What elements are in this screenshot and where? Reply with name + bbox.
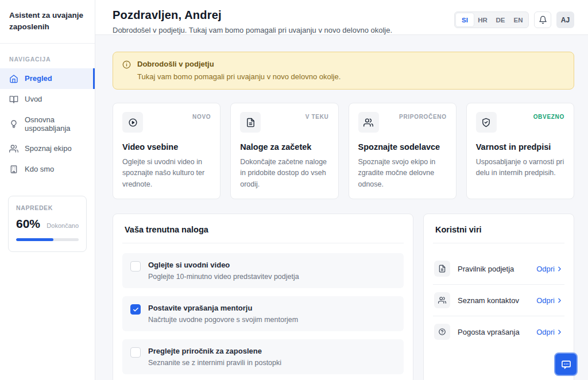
task-description: Seznanite se z internimi pravili in post… xyxy=(148,359,281,367)
progress-card: NAPREDEK 60% Dokončano xyxy=(8,196,87,252)
nav-section-label: NAVIGACIJA xyxy=(0,44,95,68)
language-switcher: SI HR DE EN xyxy=(454,11,529,28)
sidebar-item-ekipa[interactable]: Spoznaj ekipo xyxy=(0,138,95,159)
document-icon xyxy=(438,265,446,273)
app-window: Asistent za uvajanje zaposlenih NAVIGACI… xyxy=(0,0,588,380)
resource-row-pravilnik: Pravilnik podjetja Odpri xyxy=(433,253,564,285)
resource-open-link[interactable]: Odpri xyxy=(536,296,563,305)
people-icon xyxy=(9,144,18,153)
banner-text: Tukaj vam bomo pomagali pri uvajanju v n… xyxy=(137,72,341,81)
sidebar-item-label: Uvod xyxy=(25,95,42,103)
main-area: Pozdravljen, Andrej Dobrodošel v podjetj… xyxy=(95,0,588,380)
card-title: Video vsebine xyxy=(122,142,211,152)
sidebar-item-label: Spoznaj ekipo xyxy=(25,144,72,153)
resource-row-vprasanja: Pogosta vprašanja Odpri xyxy=(433,316,564,347)
sidebar: Asistent za uvajanje zaposlenih NAVIGACI… xyxy=(0,0,95,380)
lang-button-de[interactable]: DE xyxy=(492,13,509,26)
chevron-right-icon xyxy=(556,297,563,304)
resource-open-link[interactable]: Odpri xyxy=(536,328,563,336)
sidebar-item-label: Kdo smo xyxy=(25,165,54,173)
task-title: Postavite vprašanja mentorju xyxy=(148,304,298,312)
task-checkbox[interactable] xyxy=(130,261,141,272)
chevron-right-icon xyxy=(556,265,563,273)
check-icon xyxy=(133,307,139,313)
resource-row-kontakti: Seznam kontaktov Odpri xyxy=(433,285,564,316)
lang-button-hr[interactable]: HR xyxy=(474,13,492,26)
task-title: Preglejte priročnik za zaposlene xyxy=(148,347,281,355)
task-checkbox[interactable] xyxy=(130,304,141,315)
app-title: Asistent za uvajanje zaposlenih xyxy=(0,0,95,44)
card-badge: V TEKU xyxy=(305,114,329,120)
avatar[interactable]: AJ xyxy=(556,11,574,28)
home-icon xyxy=(9,74,18,83)
shield-check-icon xyxy=(481,118,491,127)
sidebar-item-kdo-smo[interactable]: Kdo smo xyxy=(0,159,95,180)
document-icon xyxy=(246,118,256,127)
card-title: Varnost in predpisi xyxy=(476,142,564,152)
resource-label: Pogosta vprašanja xyxy=(458,328,529,336)
help-circle-icon xyxy=(438,328,446,336)
card-description: Usposabljanje o varnosti pri delu in int… xyxy=(476,157,564,179)
card-badge: NOVO xyxy=(192,114,211,120)
bell-icon xyxy=(539,15,547,24)
card-title: Spoznajte sodelavce xyxy=(358,142,447,152)
card-spoznajte-sodelavce[interactable]: PRIPOROČENO Spoznajte sodelavce Spoznajt… xyxy=(349,103,457,199)
progress-bar-track xyxy=(16,238,79,241)
resource-label: Pravilnik podjetja xyxy=(458,265,529,273)
card-title: Naloge za začetek xyxy=(240,142,328,152)
chevron-right-icon xyxy=(556,328,563,336)
card-video-vsebine[interactable]: NOVO Video vsebine Oglejte si uvodni vid… xyxy=(113,103,220,199)
current-tasks-panel: Vaša trenutna naloga Oglejte si uvodni v… xyxy=(113,214,413,380)
play-circle-icon xyxy=(128,118,138,127)
progress-percent: 60% xyxy=(16,217,40,231)
task-checkbox[interactable] xyxy=(130,347,141,358)
people-icon xyxy=(363,118,373,127)
card-naloge-za-zacetek[interactable]: V TEKU Naloge za začetek Dokončajte zače… xyxy=(230,103,338,199)
sidebar-item-label: Osnovna usposabljanja xyxy=(25,115,86,133)
sidebar-item-pregled[interactable]: Pregled xyxy=(0,68,95,89)
card-badge: OBVEZNO xyxy=(533,114,564,120)
resource-label: Seznam kontaktov xyxy=(458,296,529,305)
resource-open-link[interactable]: Odpri xyxy=(536,265,563,273)
building-icon xyxy=(9,165,18,174)
page-title: Pozdravljen, Andrej xyxy=(113,9,392,22)
card-description: Oglejte si uvodni video in spoznajte naš… xyxy=(122,157,211,190)
card-description: Dokončajte začetne naloge in pridobite d… xyxy=(240,157,328,190)
chat-bubble-icon xyxy=(560,359,572,370)
lang-button-si[interactable]: SI xyxy=(456,13,474,26)
card-badge: PRIPOROČENO xyxy=(399,114,447,120)
people-icon xyxy=(438,296,446,304)
topbar: Pozdravljen, Andrej Dobrodošel v podjetj… xyxy=(95,0,588,35)
book-icon xyxy=(9,95,18,104)
resources-panel-title: Koristni viri xyxy=(433,225,564,243)
welcome-banner: Dobrodošli v podjetju Tukaj vam bomo pom… xyxy=(113,52,574,90)
banner-title: Dobrodošli v podjetju xyxy=(137,60,341,68)
sidebar-item-usposabljanja[interactable]: Osnovna usposabljanja xyxy=(0,110,95,138)
chat-button[interactable] xyxy=(554,352,578,376)
content: Dobrodošli v podjetju Tukaj vam bomo pom… xyxy=(95,35,588,380)
resources-panel: Koristni viri Pravilnik podjetja Odpri xyxy=(423,214,574,380)
progress-bar-fill xyxy=(16,238,53,241)
task-row-uvodni-video[interactable]: Oglejte si uvodni video Poglejte 10-minu… xyxy=(122,253,404,288)
tasks-panel-title: Vaša trenutna naloga xyxy=(122,225,404,243)
task-row-vprasanja-mentorju[interactable]: Postavite vprašanja mentorju Načrtujte u… xyxy=(122,296,404,331)
feature-cards: NOVO Video vsebine Oglejte si uvodni vid… xyxy=(113,103,574,199)
task-description: Poglejte 10-minutno video predstavitev p… xyxy=(148,273,299,281)
progress-label: NAPREDEK xyxy=(16,204,79,211)
card-varnost-in-predpisi[interactable]: OBVEZNO Varnost in predpisi Usposabljanj… xyxy=(466,103,574,199)
notifications-button[interactable] xyxy=(534,11,551,28)
sidebar-item-label: Pregled xyxy=(25,74,52,83)
page-subtitle: Dobrodošel v podjetju. Tukaj vam bomo po… xyxy=(113,26,392,34)
lang-button-en[interactable]: EN xyxy=(509,13,527,26)
info-icon xyxy=(122,60,131,69)
task-description: Načrtujte uvodne pogovore s svojim mento… xyxy=(148,316,298,324)
task-title: Oglejte si uvodni video xyxy=(148,261,299,269)
task-row-prirocnik[interactable]: Preglejte priročnik za zaposlene Seznani… xyxy=(122,339,404,374)
progress-status: Dokončano xyxy=(47,222,79,229)
card-description: Spoznajte svojo ekipo in zgradite močne … xyxy=(358,157,447,190)
sidebar-item-uvod[interactable]: Uvod xyxy=(0,89,95,110)
lightbulb-icon xyxy=(9,119,18,129)
